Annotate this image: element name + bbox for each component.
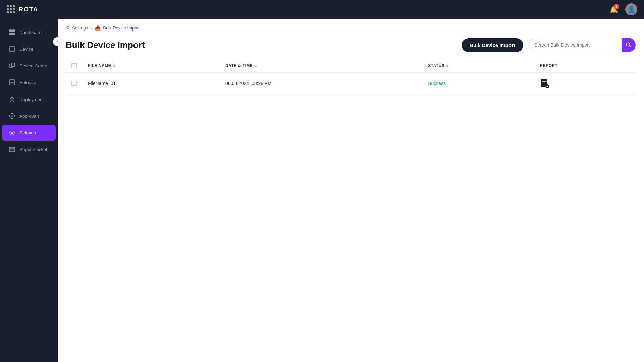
breadcrumb-settings-link[interactable]: ⚙ Settings <box>66 25 88 31</box>
svg-point-10 <box>11 99 13 101</box>
sidebar-item-device-group[interactable]: Device Group <box>2 58 56 74</box>
sidebar-collapse-button[interactable]: ‹ <box>53 37 62 46</box>
report-header: REPORT <box>535 59 636 73</box>
sidebar-item-approvals[interactable]: Approvals <box>2 108 56 124</box>
brand-name: ROTA <box>19 6 38 13</box>
topbar: ROTA 🔔 1 👤 <box>0 0 644 19</box>
date-time-header[interactable]: DATE & TIME ⇅ <box>220 59 423 73</box>
svg-rect-0 <box>9 29 12 32</box>
select-all-header <box>66 59 83 73</box>
svg-point-12 <box>11 132 13 134</box>
page-header: Bulk Device Import Bulk Device Import <box>58 35 644 59</box>
avatar[interactable]: 👤 <box>625 3 637 15</box>
dashboard-icon <box>9 29 15 36</box>
table-row: FileName_01 06.08.2024 08:28 PM Success <box>66 73 636 95</box>
avatar-glyph: 👤 <box>628 6 635 13</box>
svg-point-14 <box>11 149 12 150</box>
time-value: 08:28 PM <box>252 81 272 86</box>
page-title: Bulk Device Import <box>66 40 145 50</box>
table-header: FILE NAME ⇅ DATE & TIME ⇅ <box>66 59 636 73</box>
search-button[interactable] <box>622 38 636 52</box>
device-icon <box>9 46 15 52</box>
search-icon <box>626 42 631 48</box>
notification-badge: 1 <box>614 4 619 9</box>
breadcrumb-current: 📥 Bulk Device Import <box>95 25 140 31</box>
report-column-label: REPORT <box>540 63 558 68</box>
svg-point-5 <box>12 50 12 51</box>
content-area: ⚙ Settings › 📥 Bulk Device Import Bulk D… <box>58 19 644 362</box>
svg-point-15 <box>13 149 14 150</box>
sidebar-item-label-support-ticket: Support ticket <box>19 147 47 152</box>
sidebar-nav: Dashboard Device <box>0 19 58 362</box>
report-file-icon: + <box>540 78 549 88</box>
sidebar: ‹ Dashboard <box>0 19 58 362</box>
device-group-icon <box>9 62 15 69</box>
sidebar-item-label-approvals: Approvals <box>19 114 40 119</box>
deployment-icon <box>9 96 15 103</box>
breadcrumb-separator: › <box>91 25 92 31</box>
svg-rect-13 <box>9 147 15 152</box>
search-input[interactable] <box>529 39 622 51</box>
sidebar-item-label-release: Release <box>19 80 36 85</box>
breadcrumb-settings-label: Settings <box>72 25 88 31</box>
support-ticket-icon <box>9 146 15 153</box>
sidebar-item-release[interactable]: Release <box>2 74 56 90</box>
table-container: FILE NAME ⇅ DATE & TIME ⇅ <box>58 59 644 95</box>
main-layout: ‹ Dashboard <box>0 19 644 362</box>
approvals-icon <box>9 113 15 119</box>
row-checkbox[interactable] <box>71 81 77 86</box>
status-cell: Success <box>423 73 534 95</box>
svg-rect-7 <box>11 63 15 66</box>
bulk-import-breadcrumb-icon: 📥 <box>95 25 101 31</box>
svg-rect-3 <box>12 33 15 35</box>
sidebar-item-settings[interactable]: Settings <box>2 125 56 141</box>
breadcrumb: ⚙ Settings › 📥 Bulk Device Import <box>58 19 644 35</box>
status-badge: Success <box>428 81 446 86</box>
svg-rect-2 <box>9 33 12 35</box>
bulk-device-import-button[interactable]: Bulk Device Import <box>462 38 523 52</box>
svg-point-11 <box>10 114 15 119</box>
settings-icon <box>9 129 15 136</box>
file-name-header[interactable]: FILE NAME ⇅ <box>83 59 220 73</box>
settings-breadcrumb-icon: ⚙ <box>66 25 70 31</box>
chevron-left-icon: ‹ <box>57 39 58 44</box>
date-time-sort-icon: ⇅ <box>254 64 257 68</box>
sidebar-item-label-device-group: Device Group <box>19 63 47 68</box>
table-body: FileName_01 06.08.2024 08:28 PM Success <box>66 73 636 95</box>
release-icon <box>9 79 15 86</box>
sidebar-item-dashboard[interactable]: Dashboard <box>2 24 56 40</box>
topbar-left: ROTA <box>7 5 38 13</box>
sidebar-item-label-device: Device <box>19 47 33 52</box>
status-header[interactable]: STATUS ⇅ <box>423 59 534 73</box>
status-column-label: STATUS <box>428 63 444 68</box>
report-download-button[interactable]: + <box>540 78 551 89</box>
row-checkbox-cell <box>66 73 83 95</box>
sidebar-item-label-settings: Settings <box>19 130 36 135</box>
breadcrumb-current-label: Bulk Device Import <box>103 25 140 31</box>
svg-text:+: + <box>546 85 548 88</box>
grid-icon <box>7 5 15 13</box>
sidebar-item-device[interactable]: Device <box>2 41 56 57</box>
date-time-cell: 06.08.2024 08:28 PM <box>220 73 423 95</box>
status-sort-icon: ⇅ <box>446 64 449 68</box>
select-all-checkbox[interactable] <box>71 63 77 68</box>
report-cell: + <box>535 73 636 95</box>
file-name-sort-icon: ⇅ <box>112 64 115 68</box>
topbar-right: 🔔 1 👤 <box>608 3 637 15</box>
search-box <box>529 38 636 52</box>
file-name-column-label: FILE NAME <box>88 63 111 68</box>
sidebar-item-label-deployment: Deployment <box>19 97 44 102</box>
date-time-column-label: DATE & TIME <box>225 63 253 68</box>
bulk-import-table: FILE NAME ⇅ DATE & TIME ⇅ <box>66 59 636 95</box>
file-name-cell: FileName_01 <box>83 73 220 95</box>
sidebar-item-support-ticket[interactable]: Support ticket <box>2 141 56 158</box>
date-value: 06.08.2024 <box>225 81 249 86</box>
sidebar-item-deployment[interactable]: Deployment <box>2 91 56 107</box>
notification-button[interactable]: 🔔 1 <box>608 3 620 15</box>
svg-rect-1 <box>12 29 15 32</box>
sidebar-item-label-dashboard: Dashboard <box>19 30 42 35</box>
header-actions: Bulk Device Import <box>462 38 636 52</box>
